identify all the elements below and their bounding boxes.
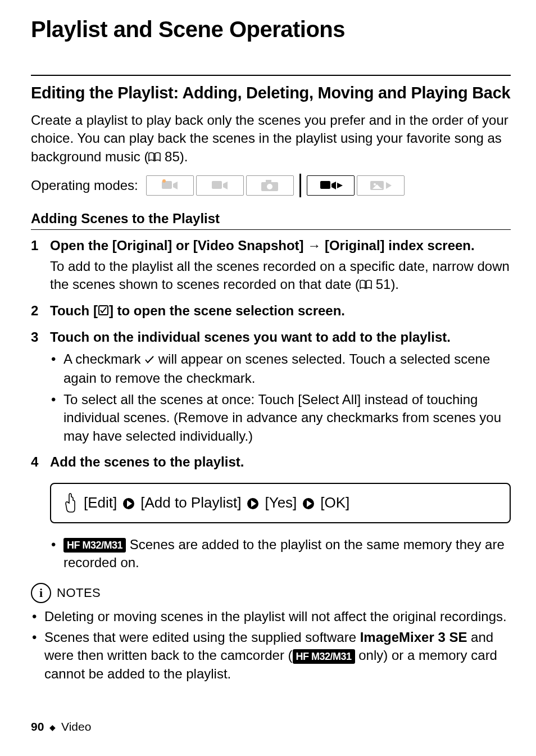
mode-movie-record-icon [196, 175, 244, 196]
step1-body-a: To add to the playlist all the scenes re… [50, 259, 510, 292]
step-3: Touch on the individual scenes you want … [31, 328, 511, 445]
step3-head: Touch on the individual scenes you want … [50, 329, 451, 345]
step1-head-b: [Original] index screen. [321, 238, 474, 253]
sub-heading: Adding Scenes to the Playlist [31, 211, 511, 230]
manual-ref-icon [360, 277, 372, 294]
step3-b1-a: A checkmark [63, 351, 144, 366]
svg-marker-14 [386, 182, 392, 189]
step2-head-a: Touch [ [50, 303, 98, 318]
section-rule [31, 75, 511, 76]
operating-modes-row: Operating modes: [31, 174, 511, 197]
proc-arrow-icon [122, 494, 135, 511]
steps-list: Open the [Original] or [Video Snapshot] … [31, 237, 511, 471]
step4-head: Add the scenes to the playlist. [50, 454, 244, 469]
touch-icon [61, 492, 78, 514]
notes-label: NOTES [57, 586, 101, 600]
proc-step-4: [OK] [320, 494, 349, 511]
intro-text-a: Create a playlist to play back only the … [31, 112, 508, 164]
mode-photo-record-icon [246, 175, 294, 196]
svg-rect-6 [266, 180, 271, 183]
svg-marker-4 [223, 182, 228, 189]
step1-body-ref: 51). [372, 277, 399, 292]
svg-marker-9 [331, 182, 336, 189]
intro-text-b: 85). [161, 149, 188, 164]
svg-point-7 [267, 184, 272, 189]
svg-marker-1 [173, 182, 178, 189]
model-badge: HF M32/M31 [293, 649, 355, 664]
manual-ref-icon [148, 150, 161, 166]
notes-heading: i NOTES [31, 583, 511, 603]
proc-arrow-icon [302, 494, 315, 511]
svg-point-12 [374, 183, 376, 185]
footer-separator: ◆ [49, 723, 56, 732]
step1-head-a: Open the [Original] or [Video Snapshot] [50, 238, 307, 253]
note-1: Deleting or moving scenes in the playlis… [31, 608, 511, 626]
step3-bullet-1: A checkmark will appear on scenes select… [50, 350, 511, 387]
operating-modes-label: Operating modes: [31, 178, 138, 193]
step4-note-list: HF M32/M31 Scenes are added to the playl… [50, 536, 511, 572]
footer-section: Video [61, 720, 91, 733]
step3-bullet-2: To select all the scenes at once: Touch … [50, 391, 511, 445]
step-2: Touch [] to open the scene selection scr… [31, 302, 511, 321]
step4-note: HF M32/M31 Scenes are added to the playl… [50, 536, 511, 572]
mode-auto-record-icon [146, 175, 194, 196]
step3-bullets: A checkmark will appear on scenes select… [50, 350, 511, 445]
checkmark-icon [144, 351, 155, 369]
step2-head-b: ] to open the scene selection screen. [109, 303, 345, 318]
note2-software: ImageMixer 3 SE [360, 630, 467, 645]
mode-movie-playback-icon [307, 175, 355, 196]
page-number: 90 [31, 720, 44, 733]
page-title: Playlist and Scene Operations [31, 17, 511, 42]
note-2: Scenes that were edited using the suppli… [31, 628, 511, 683]
info-icon: i [31, 583, 51, 603]
intro-paragraph: Create a playlist to play back only the … [31, 111, 511, 166]
procedure-box: [Edit] [Add to Playlist] [Yes] [OK] [50, 483, 511, 523]
svg-marker-10 [337, 183, 343, 188]
note2-a: Scenes that were edited using the suppli… [44, 630, 360, 645]
proc-step-2: [Add to Playlist] [140, 494, 241, 511]
proc-step-1: [Edit] [84, 494, 117, 511]
svg-rect-3 [212, 181, 222, 189]
select-icon [98, 302, 109, 320]
svg-rect-8 [320, 181, 330, 189]
proc-arrow-icon [247, 494, 259, 511]
mode-separator [299, 174, 301, 197]
proc-step-3: [Yes] [265, 494, 297, 511]
section-title: Editing the Playlist: Adding, Deleting, … [31, 84, 511, 102]
step4-note-text: Scenes are added to the playlist on the … [63, 537, 505, 570]
model-badge: HF M32/M31 [63, 538, 126, 553]
notes-list: Deleting or moving scenes in the playlis… [31, 608, 511, 683]
step-4: Add the scenes to the playlist. [31, 453, 511, 471]
mode-photo-playback-icon [357, 175, 405, 196]
page-footer: 90 ◆ Video [31, 720, 91, 734]
step-1: Open the [Original] or [Video Snapshot] … [31, 237, 511, 293]
